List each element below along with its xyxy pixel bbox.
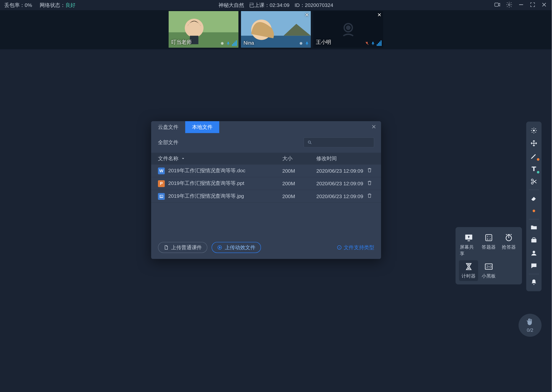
svg-point-37 [533, 210, 535, 212]
right-toolbar [526, 122, 541, 291]
answer-icon: A✓B✗ [484, 233, 494, 242]
tool-label: 小黑板 [482, 273, 496, 279]
col-mtime[interactable]: 修改时间 [316, 155, 374, 162]
file-size: 200M [282, 193, 316, 199]
hand-icon [526, 318, 534, 327]
text-icon[interactable] [527, 162, 540, 175]
supported-types-link[interactable]: 文件支持类型 [337, 244, 374, 251]
room-id: ID：2020070324 [295, 1, 333, 9]
table-row[interactable]: P2019年工作汇报情况查询等等.ppt200M2020/06/23 12:09… [151, 177, 381, 190]
toolbox-icon[interactable] [527, 234, 540, 247]
table-row[interactable]: 2019年工作汇报情况查询等等.jpg200M2020/06/23 12:09:… [151, 190, 381, 203]
svg-point-17 [347, 26, 350, 29]
minimize-icon[interactable] [518, 1, 525, 9]
color-dot-icon[interactable] [527, 204, 540, 217]
delete-icon[interactable] [367, 167, 374, 174]
eraser-icon[interactable] [527, 192, 540, 205]
participant-card[interactable]: ✕ 王小明 [313, 11, 383, 48]
upload-dynamic-button[interactable]: 上传动效文件 [212, 242, 261, 253]
upload-normal-button[interactable]: 上传普通课件 [158, 242, 207, 253]
participant-name: 王小明 [316, 39, 331, 46]
col-name[interactable]: 文件名称 [158, 155, 282, 162]
dialog-close-icon[interactable] [371, 124, 377, 131]
raise-hand-count: 0/2 [527, 327, 533, 332]
file-name: 2019年工作汇报情况查询等等.doc [168, 167, 245, 174]
file-dialog: 云盘文件 本地文件 全部文件 文件名称 大小 修改时间 W2019年工作汇报情况… [151, 121, 381, 259]
room-title: 神秘大自然 [218, 1, 244, 9]
svg-text:2+3: 2+3 [487, 265, 492, 268]
blackboard-icon: 2+3 [484, 262, 494, 271]
participant-name: Nina [244, 40, 254, 46]
record-icon[interactable] [494, 1, 501, 9]
pen-icon[interactable] [527, 150, 540, 162]
svg-point-1 [508, 4, 510, 5]
tools-popup: 屏幕共享A✓B✗答题器抢答器计时器2+3小黑板 [456, 227, 522, 284]
fullscreen-icon[interactable] [530, 1, 536, 9]
svg-point-36 [531, 182, 533, 184]
tab-local-files[interactable]: 本地文件 [185, 121, 219, 133]
network-status: 网络状态：良好 [40, 1, 75, 9]
elapsed-time: 已上课：02:34:09 [249, 1, 290, 9]
raise-hand-button[interactable]: 0/2 [518, 314, 541, 337]
info-icon [337, 245, 342, 250]
folder-icon[interactable] [527, 221, 540, 234]
tool-label: 屏幕共享 [460, 244, 478, 257]
tool-responder[interactable]: 抢答器 [499, 231, 519, 259]
table-row[interactable]: W2019年工作汇报情况查询等等.doc200M2020/06/23 12:09… [151, 165, 381, 177]
status-bar: 丢包率：0% 网络状态：良好 神秘大自然 已上课：02:34:09 ID：202… [0, 0, 552, 10]
tool-screenshare[interactable]: 屏幕共享 [459, 231, 478, 259]
file-name: 2019年工作汇报情况查询等等.jpg [168, 193, 244, 200]
svg-point-35 [531, 179, 533, 181]
tool-label: 计时器 [462, 273, 476, 279]
svg-text:✗: ✗ [489, 238, 491, 241]
mic-icon [226, 41, 230, 46]
tool-answer[interactable]: A✓B✗答题器 [479, 231, 499, 259]
search-input[interactable] [312, 140, 370, 146]
search-box[interactable] [304, 137, 374, 147]
settings-icon[interactable] [506, 1, 513, 9]
file-size: 200M [282, 168, 316, 174]
packet-loss: 丢包率：0% [4, 1, 32, 9]
signal-bars [377, 40, 381, 46]
participant-close-icon[interactable]: ✕ [377, 12, 381, 18]
file-mtime: 2020/06/23 12:09:09 [316, 181, 366, 186]
close-window-icon[interactable] [541, 1, 548, 9]
file-icon [163, 245, 169, 250]
scissors-icon[interactable] [527, 175, 540, 188]
col-size[interactable]: 大小 [282, 155, 316, 162]
search-icon [307, 140, 312, 145]
svg-rect-38 [531, 239, 537, 242]
bell-icon[interactable] [527, 276, 540, 289]
chat-icon[interactable] [527, 259, 540, 272]
participant-close-icon[interactable]: ✕ [305, 12, 309, 18]
move-icon[interactable] [527, 137, 540, 150]
table-header: 文件名称 大小 修改时间 [151, 153, 381, 164]
svg-text:✓: ✓ [489, 235, 491, 238]
play-circle-icon [217, 245, 222, 250]
participant-card[interactable]: ✕ Nina [241, 11, 311, 48]
participant-name: 叮当老师 [171, 39, 192, 46]
svg-point-22 [160, 196, 161, 196]
mic-muted-icon [365, 41, 369, 46]
sort-icon [181, 156, 185, 161]
svg-point-20 [308, 141, 311, 143]
laser-pointer-icon[interactable] [527, 124, 540, 137]
svg-point-39 [533, 251, 535, 253]
svg-rect-19 [372, 42, 374, 44]
camera-icon [299, 41, 303, 46]
timer-icon [464, 262, 473, 271]
delete-icon[interactable] [367, 180, 374, 187]
tool-label: 答题器 [482, 244, 496, 250]
svg-point-34 [533, 130, 535, 131]
tab-cloud-files[interactable]: 云盘文件 [151, 121, 185, 133]
file-size: 200M [282, 181, 316, 186]
people-icon[interactable] [527, 246, 540, 259]
file-name: 2019年工作汇报情况查询等等.ppt [168, 180, 244, 187]
tool-blackboard[interactable]: 2+3小黑板 [479, 260, 499, 281]
tool-timer[interactable]: 计时器 [459, 260, 478, 281]
delete-icon[interactable] [367, 193, 374, 200]
svg-text:B: B [487, 238, 488, 241]
signal-bars [232, 40, 237, 46]
participant-card[interactable]: 叮当老师 [169, 11, 239, 48]
file-type-icon: P [158, 180, 165, 187]
